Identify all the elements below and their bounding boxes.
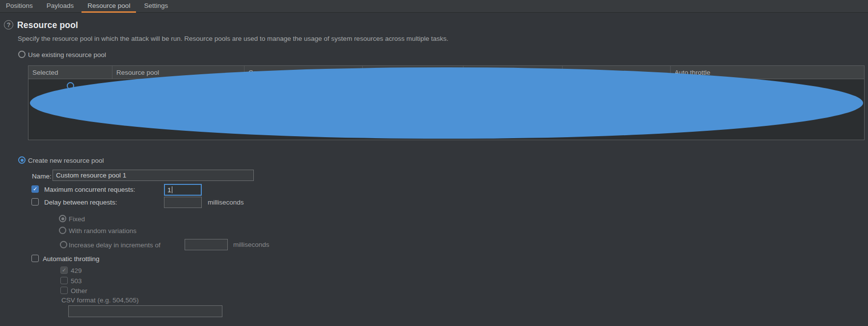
code-503-label: 503 — [71, 277, 82, 285]
max-concurrent-input[interactable]: 1 — [164, 184, 202, 196]
tab-resource-pool[interactable]: Resource pool — [81, 0, 136, 13]
name-label: Name: — [32, 173, 52, 180]
name-input[interactable] — [53, 170, 254, 181]
resource-pool-table: Selected Resource pool Concurrent reques… — [28, 65, 865, 140]
table-row[interactable]: Default resource pool 10 Yes — [28, 79, 864, 92]
delay-between-unit-label: milliseconds — [208, 199, 244, 206]
max-concurrent-label[interactable]: Maximum concurrent requests: — [44, 186, 135, 193]
use-existing-pool-radio[interactable] — [18, 51, 26, 58]
help-icon[interactable]: ? — [4, 20, 13, 30]
code-other-checkbox[interactable] — [60, 287, 68, 294]
delay-between-checkbox[interactable] — [31, 198, 39, 206]
row-selected-radio[interactable] — [67, 82, 74, 89]
tab-positions[interactable]: Positions — [0, 0, 39, 13]
auto-throttling-checkbox[interactable] — [31, 255, 39, 262]
increments-input[interactable] — [185, 239, 228, 250]
delay-between-input[interactable] — [164, 197, 202, 208]
increments-label: Increase delay in increments of — [69, 241, 161, 249]
page-description: Specify the resource pool in which the a… — [18, 35, 448, 42]
fixed-delay-label: Fixed — [69, 215, 85, 223]
csv-format-input[interactable] — [68, 305, 222, 317]
code-429-checkbox[interactable]: ✓ — [60, 267, 68, 274]
text-caret — [172, 186, 172, 193]
create-new-pool-radio[interactable] — [18, 156, 26, 164]
delay-between-label[interactable]: Delay between requests: — [44, 199, 117, 206]
code-503-checkbox[interactable] — [60, 277, 68, 284]
random-variations-label: With random variations — [69, 227, 136, 235]
tab-bar: Positions Payloads Resource pool Setting… — [0, 0, 868, 13]
csv-format-label: CSV format (e.g. 504,505) — [61, 296, 139, 304]
random-variations-radio[interactable] — [59, 227, 66, 234]
max-concurrent-checkbox[interactable]: ✓ — [31, 185, 39, 193]
code-other-label: Other — [71, 287, 87, 295]
tab-payloads[interactable]: Payloads — [41, 0, 80, 13]
auto-throttling-label[interactable]: Automatic throttling — [43, 255, 100, 263]
row-selected-cell — [28, 82, 112, 89]
tab-settings[interactable]: Settings — [138, 0, 174, 13]
fixed-delay-radio[interactable] — [59, 215, 66, 222]
increments-radio[interactable] — [60, 241, 67, 248]
code-429-label: 429 — [71, 267, 82, 274]
create-new-pool-label[interactable]: Create new resource pool — [28, 157, 104, 164]
max-concurrent-value: 1 — [167, 186, 171, 194]
column-header-selected[interactable]: Selected — [28, 66, 112, 79]
increments-unit-label: milliseconds — [233, 241, 270, 248]
use-existing-pool-label[interactable]: Use existing resource pool — [28, 51, 106, 59]
page-title: Resource pool — [17, 20, 78, 30]
